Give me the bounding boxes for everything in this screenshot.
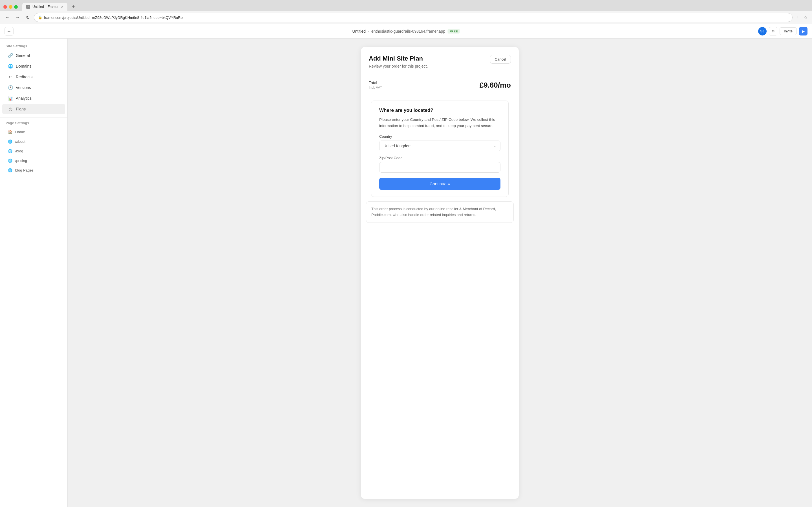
zip-label: Zip/Post Code bbox=[379, 156, 500, 160]
close-window-button[interactable] bbox=[3, 5, 7, 9]
browser-action-buttons: ⋮ ☆ bbox=[795, 14, 809, 21]
header-separator: · bbox=[368, 29, 369, 34]
preview-play-button[interactable]: ▶ bbox=[799, 27, 808, 36]
total-label: Total bbox=[369, 80, 382, 85]
sidebar-page-pricing[interactable]: 🌐 /pricing bbox=[2, 156, 65, 165]
sidebar-item-label-domains: Domains bbox=[16, 64, 31, 68]
browser-forward-button[interactable]: → bbox=[13, 13, 21, 21]
sidebar-page-label-about: /about bbox=[15, 139, 26, 144]
tab-title: Untitled – Framer bbox=[33, 5, 59, 9]
sidebar-page-about[interactable]: 🌐 /about bbox=[2, 137, 65, 146]
new-tab-button[interactable]: + bbox=[70, 4, 77, 10]
sidebar-divider bbox=[0, 117, 67, 118]
sidebar-page-blog-pages[interactable]: 🌐 blog Pages bbox=[2, 166, 65, 175]
browser-chrome: F Untitled – Framer × + ← → ↻ 🔒 framer.c… bbox=[0, 0, 812, 24]
header-center-info: Untitled · enthusiastic-guardrails-09316… bbox=[352, 29, 460, 34]
browser-window-controls bbox=[3, 5, 18, 9]
modal-cancel-button[interactable]: Cancel bbox=[490, 55, 511, 64]
browser-back-button[interactable]: ← bbox=[3, 13, 11, 21]
total-amount: £9.60/mo bbox=[479, 81, 511, 90]
sidebar-item-analytics[interactable]: 📊 Analytics bbox=[2, 93, 65, 103]
sidebar-item-label-general: General bbox=[16, 53, 30, 58]
sidebar-page-label-pricing: /pricing bbox=[15, 159, 27, 163]
invite-button[interactable]: Invite bbox=[779, 27, 797, 35]
app-container: ← Untitled · enthusiastic-guardrails-093… bbox=[0, 24, 812, 507]
add-plan-modal: Add Mini Site Plan Review your order for… bbox=[361, 47, 519, 499]
header-back-button[interactable]: ← bbox=[4, 27, 13, 36]
bookmark-button[interactable]: ☆ bbox=[803, 14, 809, 21]
location-description: Please enter your Country and Post/ ZIP … bbox=[379, 117, 500, 129]
tab-close-button[interactable]: × bbox=[61, 4, 63, 9]
address-text: framer.com/projects/Untitled--mZ98oDWaPJ… bbox=[44, 15, 788, 20]
sidebar-item-redirects[interactable]: ↩ Redirects bbox=[2, 72, 65, 82]
sidebar-item-label-plans: Plans bbox=[16, 107, 26, 111]
maximize-window-button[interactable] bbox=[14, 5, 18, 9]
sidebar-item-domains[interactable]: 🌐 Domains bbox=[2, 61, 65, 71]
browser-tabs: F Untitled – Framer × bbox=[22, 3, 67, 11]
sidebar-page-label-blog-pages: blog Pages bbox=[15, 168, 34, 172]
modal-title: Add Mini Site Plan bbox=[369, 55, 428, 62]
pricing-page-icon: 🌐 bbox=[8, 158, 12, 163]
total-label-group: Total Incl. VAT bbox=[369, 80, 382, 90]
browser-titlebar: F Untitled – Framer × + bbox=[0, 0, 812, 11]
total-vat-label: Incl. VAT bbox=[369, 86, 382, 90]
versions-icon: 🕐 bbox=[8, 85, 13, 90]
browser-toolbar: ← → ↻ 🔒 framer.com/projects/Untitled--mZ… bbox=[0, 11, 812, 24]
header-actions: SJ ⚙ Invite ▶ bbox=[758, 27, 808, 36]
main-content: Site Settings 🔗 General 🌐 Domains ↩ Redi… bbox=[0, 39, 812, 507]
settings-button[interactable]: ⚙ bbox=[769, 27, 777, 36]
plan-badge: FREE bbox=[448, 29, 460, 34]
browser-refresh-button[interactable]: ↻ bbox=[24, 13, 32, 21]
blog-page-icon: 🌐 bbox=[8, 149, 12, 153]
sidebar-item-versions[interactable]: 🕐 Versions bbox=[2, 82, 65, 93]
sidebar-page-label-home: Home bbox=[15, 130, 25, 134]
redirects-icon: ↩ bbox=[8, 74, 13, 79]
continue-button[interactable]: Continue » bbox=[379, 178, 500, 190]
page-settings-section-title: Page Settings bbox=[0, 121, 67, 127]
extensions-button[interactable]: ⋮ bbox=[795, 14, 801, 21]
avatar[interactable]: SJ bbox=[758, 27, 767, 36]
analytics-icon: 📊 bbox=[8, 96, 13, 101]
browser-address-bar[interactable]: 🔒 framer.com/projects/Untitled--mZ98oDWa… bbox=[34, 13, 793, 22]
modal-header: Add Mini Site Plan Review your order for… bbox=[361, 47, 519, 74]
sidebar-item-plans[interactable]: ◎ Plans bbox=[2, 104, 65, 114]
blog-pages-icon: 🌐 bbox=[8, 168, 12, 172]
project-domain: enthusiastic-guardrails-093164.framer.ap… bbox=[371, 29, 445, 34]
app-header: ← Untitled · enthusiastic-guardrails-093… bbox=[0, 24, 812, 39]
sidebar-page-home[interactable]: 🏠 Home bbox=[2, 127, 65, 136]
country-label: Country bbox=[379, 134, 500, 138]
active-browser-tab[interactable]: F Untitled – Framer × bbox=[22, 3, 67, 11]
sidebar-item-label-analytics: Analytics bbox=[16, 96, 32, 101]
modal-title-section: Add Mini Site Plan Review your order for… bbox=[369, 55, 428, 68]
modal-subtitle: Review your order for this project. bbox=[369, 64, 428, 68]
location-wrapper: Where are you located? Please enter your… bbox=[361, 96, 519, 197]
plans-icon: ◎ bbox=[8, 107, 13, 112]
bottom-notice: This order process is conducted by our o… bbox=[366, 202, 514, 223]
sidebar-page-label-blog: /blog bbox=[15, 149, 23, 153]
minimize-window-button[interactable] bbox=[9, 5, 12, 9]
location-title: Where are you located? bbox=[379, 108, 500, 113]
general-icon: 🔗 bbox=[8, 53, 13, 58]
sidebar: Site Settings 🔗 General 🌐 Domains ↩ Redi… bbox=[0, 39, 68, 507]
zip-code-input[interactable] bbox=[379, 162, 500, 173]
sidebar-item-general[interactable]: 🔗 General bbox=[2, 50, 65, 61]
project-name: Untitled bbox=[352, 29, 366, 34]
about-page-icon: 🌐 bbox=[8, 139, 12, 144]
sidebar-item-label-redirects: Redirects bbox=[16, 75, 33, 79]
country-select[interactable]: United Kingdom United States Germany Fra… bbox=[379, 140, 500, 151]
tab-favicon: F bbox=[26, 5, 30, 9]
domains-icon: 🌐 bbox=[8, 64, 13, 69]
sidebar-item-label-versions: Versions bbox=[16, 86, 31, 90]
site-settings-section-title: Site Settings bbox=[0, 44, 67, 50]
content-area: Add Mini Site Plan Review your order for… bbox=[68, 39, 812, 507]
country-select-wrapper: United Kingdom United States Germany Fra… bbox=[379, 140, 500, 151]
ssl-lock-icon: 🔒 bbox=[38, 15, 42, 19]
location-section: Where are you located? Please enter your… bbox=[371, 101, 509, 197]
total-section: Total Incl. VAT £9.60/mo bbox=[361, 74, 519, 96]
home-page-icon: 🏠 bbox=[8, 129, 12, 134]
sidebar-page-blog[interactable]: 🌐 /blog bbox=[2, 147, 65, 156]
